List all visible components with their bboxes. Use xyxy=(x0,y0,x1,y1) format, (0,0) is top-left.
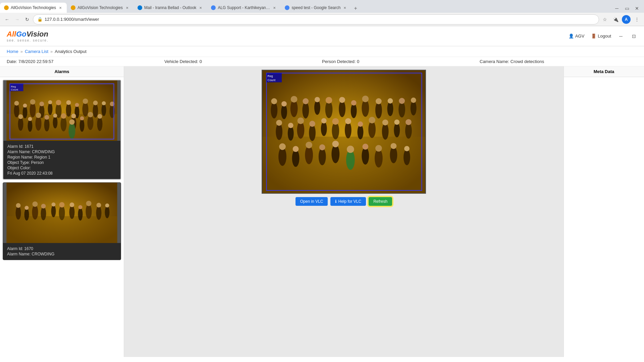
tab-3-favicon xyxy=(138,5,142,10)
user-button[interactable]: 👤 AGV xyxy=(569,34,584,39)
svg-point-28 xyxy=(28,120,33,132)
restore-browser-button[interactable]: ▭ xyxy=(623,4,631,13)
alarm-info-1670: Alarm Id: 1670 Alarm Name: CROWDING xyxy=(3,243,121,260)
tab-1-close[interactable]: ✕ xyxy=(58,5,63,10)
svg-point-34 xyxy=(53,116,58,128)
svg-point-144 xyxy=(390,147,397,163)
user-label: AGV xyxy=(575,34,584,39)
logout-button[interactable]: 🚪 Logout xyxy=(591,34,611,39)
tab-3[interactable]: Mail - Iranna Bellad - Outlook ✕ xyxy=(133,3,207,13)
svg-point-104 xyxy=(276,123,282,140)
reload-button[interactable]: ↻ xyxy=(23,15,32,24)
video-frame: Reg Count xyxy=(262,70,426,194)
tab-3-close[interactable]: ✕ xyxy=(198,5,203,10)
svg-point-64 xyxy=(59,205,65,220)
svg-text:Reg: Reg xyxy=(11,85,16,88)
open-in-vlc-button[interactable]: Open in VLC xyxy=(296,197,328,206)
settings-button[interactable]: ⋮ xyxy=(633,15,641,24)
svg-point-84 xyxy=(302,102,309,118)
svg-point-22 xyxy=(102,104,106,116)
address-url: 127.0.0.1:9000/smartViewer xyxy=(45,17,595,22)
svg-point-137 xyxy=(332,141,339,147)
logo-subtitle: see. sense. secure. xyxy=(7,39,49,42)
svg-point-119 xyxy=(358,121,363,127)
svg-point-113 xyxy=(321,118,327,123)
svg-point-135 xyxy=(319,144,325,150)
svg-point-132 xyxy=(305,146,313,164)
svg-point-80 xyxy=(281,105,287,119)
tab-1-favicon xyxy=(4,5,9,10)
tab-2[interactable]: AllGoVision Technologies ✕ xyxy=(67,3,133,13)
svg-point-102 xyxy=(411,101,417,116)
status-bar: Date: 7/8/2020 22:59:57 Vehicle Detected… xyxy=(0,57,644,66)
svg-point-122 xyxy=(382,123,389,139)
svg-point-41 xyxy=(80,116,84,120)
tab-5-close[interactable]: ✕ xyxy=(342,5,347,10)
new-tab-button[interactable]: + xyxy=(351,4,360,13)
app-minimize-button[interactable]: ─ xyxy=(618,33,624,40)
app-header: AllGoVision see. sense. secure. 👤 AGV 🚪 … xyxy=(0,26,644,46)
svg-point-42 xyxy=(88,115,94,130)
svg-point-110 xyxy=(309,124,316,141)
tab-2-favicon xyxy=(71,5,75,10)
svg-point-44 xyxy=(97,117,103,131)
svg-point-3 xyxy=(14,101,19,106)
svg-point-2 xyxy=(14,104,19,117)
svg-text:Reg: Reg xyxy=(267,74,273,78)
tab-2-close[interactable]: ✕ xyxy=(125,5,129,10)
alarm-card-1671[interactable]: Reg Count Alarm Id: 1671 Alarm Name: CRO… xyxy=(3,80,121,180)
help-vlc-label: Help for VLC xyxy=(338,199,361,204)
alarm-card-1670[interactable]: Alarm Id: 1670 Alarm Name: CROWDING xyxy=(3,182,121,260)
alarm-region-1671: Region Name: Region 1 xyxy=(7,155,116,160)
extensions-button[interactable]: 🔌 xyxy=(611,15,620,24)
alarm-image-1671: Reg Count xyxy=(3,80,120,141)
tab-1[interactable]: AllGoVision Technologies ✕ xyxy=(0,3,67,13)
help-for-vlc-button[interactable]: ℹ Help for VLC xyxy=(330,197,366,206)
svg-point-67 xyxy=(70,202,74,207)
svg-point-47 xyxy=(69,119,75,125)
breadcrumb-home[interactable]: Home xyxy=(7,49,18,54)
forward-button[interactable]: → xyxy=(13,15,21,24)
svg-point-19 xyxy=(83,99,88,104)
address-bar[interactable]: 🔒 127.0.0.1:9000/smartViewer xyxy=(33,14,599,24)
svg-point-109 xyxy=(298,117,304,124)
app-expand-button[interactable]: ⊡ xyxy=(631,33,637,40)
lock-icon: 🔒 xyxy=(37,17,43,22)
meta-panel: Meta Data xyxy=(564,66,644,357)
tab-4-label: ALG Support - Karthikeyan - All... xyxy=(218,5,270,10)
tab-4[interactable]: ALG Support - Karthikeyan - All... ✕ xyxy=(207,3,281,13)
svg-point-10 xyxy=(48,103,53,115)
breadcrumb-camera-list[interactable]: Camera List xyxy=(25,49,48,54)
svg-point-98 xyxy=(387,102,393,116)
status-date: Date: 7/8/2020 22:59:57 xyxy=(7,59,164,64)
svg-point-129 xyxy=(279,143,286,150)
svg-point-90 xyxy=(339,101,345,117)
svg-point-61 xyxy=(41,204,46,208)
svg-point-101 xyxy=(399,98,405,104)
svg-point-39 xyxy=(71,114,76,118)
close-browser-button[interactable]: ✕ xyxy=(633,4,641,13)
bookmark-button[interactable]: ☆ xyxy=(600,15,609,24)
svg-point-46 xyxy=(69,123,75,139)
svg-point-128 xyxy=(278,147,286,166)
header-actions: 👤 AGV 🚪 Logout ─ ⊡ xyxy=(569,33,637,40)
svg-point-43 xyxy=(88,112,93,117)
svg-point-69 xyxy=(78,205,83,209)
back-button[interactable]: ← xyxy=(3,15,11,24)
svg-point-124 xyxy=(394,123,400,137)
svg-point-81 xyxy=(281,101,287,107)
minimize-browser-button[interactable]: ─ xyxy=(612,4,621,13)
svg-point-37 xyxy=(61,113,66,119)
svg-point-31 xyxy=(36,113,41,118)
svg-point-91 xyxy=(339,97,345,103)
tab-4-close[interactable]: ✕ xyxy=(272,5,277,10)
refresh-button[interactable]: Refresh xyxy=(369,197,392,206)
svg-point-139 xyxy=(347,146,354,153)
profile-button[interactable]: A xyxy=(622,15,631,24)
logout-icon: 🚪 xyxy=(591,34,596,39)
svg-point-142 xyxy=(375,149,383,167)
svg-point-147 xyxy=(404,146,410,152)
status-person: Person Detected: 0 xyxy=(322,59,480,64)
svg-point-133 xyxy=(306,142,312,148)
tab-5[interactable]: speed test - Google Search ✕ xyxy=(281,3,351,13)
